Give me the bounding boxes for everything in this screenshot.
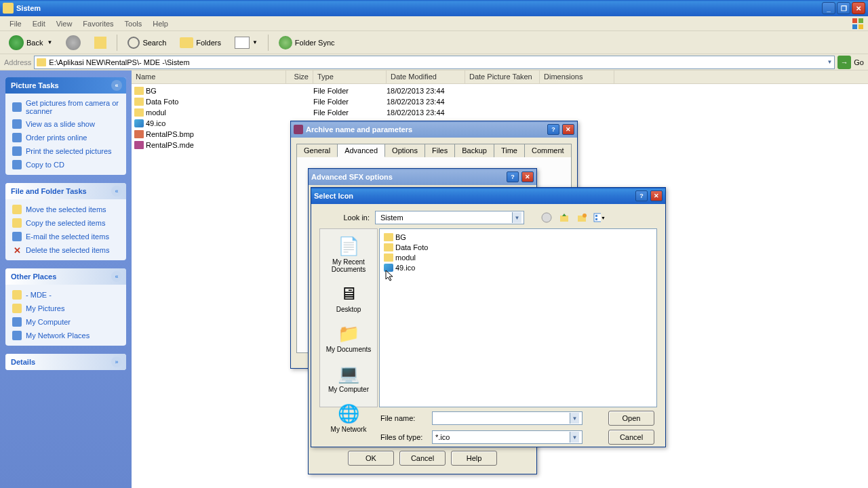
svg-rect-3: [859, 24, 863, 29]
panel-title: Picture Tasks: [11, 81, 59, 89]
tab-comment[interactable]: Comment: [524, 144, 572, 157]
menubar: File Edit View Favorites Tools Help: [0, 16, 868, 31]
menu-file[interactable]: File: [4, 18, 27, 30]
task-copy-cd[interactable]: Copy to CD: [12, 160, 119, 169]
folder-icon: [134, 98, 144, 106]
file-item[interactable]: 49.ico: [382, 262, 654, 272]
foldersync-button[interactable]: Folder Sync: [274, 33, 340, 52]
task-get-pictures[interactable]: Get pictures from camera or scanner: [12, 99, 119, 115]
place-my-documents[interactable]: 📁My Documents: [320, 321, 377, 355]
col-picture-taken[interactable]: Date Picture Taken: [465, 70, 540, 83]
task-slideshow[interactable]: View as a slide show: [12, 119, 119, 129]
cd-icon: [12, 160, 22, 169]
task-delete[interactable]: ✕Delete the selected items: [12, 245, 119, 255]
menu-tools[interactable]: Tools: [119, 18, 148, 30]
address-field[interactable]: E:\Aplikasi NEW\RentalPS\- MDE -\Sistem …: [34, 56, 835, 69]
menu-favorites[interactable]: Favorites: [77, 18, 119, 30]
close-button[interactable]: ✕: [650, 190, 663, 201]
place-desktop[interactable]: 🖥Desktop: [320, 281, 377, 315]
collapse-icon[interactable]: «: [111, 186, 122, 197]
toolbar: Back▼ Search Folders ▼ Folder Sync: [0, 31, 868, 54]
file-item[interactable]: modul: [382, 252, 654, 262]
col-dimensions[interactable]: Dimensions: [540, 70, 614, 83]
place-mde[interactable]: - MDE -: [12, 290, 119, 300]
close-button[interactable]: ✕: [562, 124, 574, 135]
col-date[interactable]: Date Modified: [387, 70, 465, 83]
panel-picture-tasks: Picture Tasks« Get pictures from camera …: [5, 77, 126, 175]
place-my-computer[interactable]: 💻My Computer: [320, 361, 377, 395]
svg-rect-1: [859, 18, 863, 23]
window-title: Sistem: [16, 4, 822, 12]
svg-rect-5: [560, 216, 568, 222]
view-menu-button[interactable]: ▼: [593, 211, 606, 224]
place-mypictures[interactable]: My Pictures: [12, 304, 119, 313]
views-button[interactable]: ▼: [230, 33, 262, 52]
tab-advanced[interactable]: Advanced: [337, 144, 385, 157]
task-email[interactable]: E-mail the selected items: [12, 232, 119, 241]
chevron-down-icon: ▼: [570, 413, 579, 424]
go-button[interactable]: →: [837, 56, 851, 69]
back-nav-button[interactable]: [540, 211, 553, 224]
help-button[interactable]: Help: [451, 451, 497, 466]
menu-edit[interactable]: Edit: [27, 18, 51, 30]
col-type[interactable]: Type: [313, 70, 387, 83]
cancel-button[interactable]: Cancel: [608, 430, 654, 445]
tab-backup[interactable]: Backup: [454, 144, 494, 157]
slideshow-icon: [12, 119, 22, 129]
folder-icon: [12, 304, 22, 313]
filetype-combo[interactable]: *.ico▼: [432, 430, 583, 444]
address-path: E:\Aplikasi NEW\RentalPS\- MDE -\Sistem: [49, 58, 189, 66]
collapse-icon[interactable]: «: [111, 271, 122, 282]
task-move[interactable]: Move the selected items: [12, 205, 119, 214]
file-row[interactable]: BGFile Folder18/02/2013 23:44: [132, 85, 868, 96]
minimize-button[interactable]: _: [822, 2, 835, 14]
dialog-title: Archive name and parameters: [306, 125, 412, 134]
expand-icon[interactable]: »: [111, 357, 122, 367]
file-row[interactable]: Data FotoFile Folder18/02/2013 23:44: [132, 96, 868, 107]
place-my-network[interactable]: 🌐My Network: [320, 401, 377, 435]
col-size[interactable]: Size: [286, 70, 313, 83]
place-my-recent-documents[interactable]: 📄My Recent Documents: [320, 233, 377, 275]
back-button[interactable]: Back▼: [4, 33, 57, 52]
help-button[interactable]: ?: [507, 171, 519, 182]
file-item[interactable]: BG: [382, 232, 654, 242]
menu-help[interactable]: Help: [147, 18, 174, 30]
file-item[interactable]: Data Foto: [382, 242, 654, 252]
lookin-combo[interactable]: Sistem ▼: [375, 211, 524, 224]
collapse-icon[interactable]: «: [111, 80, 122, 91]
filename-label: File name:: [380, 414, 427, 422]
place-network[interactable]: My Network Places: [12, 331, 119, 340]
up-button[interactable]: [90, 33, 111, 52]
filename-input[interactable]: ▼: [432, 411, 583, 425]
ok-button[interactable]: OK: [348, 451, 394, 466]
close-button[interactable]: ✕: [521, 171, 534, 182]
task-print[interactable]: Print the selected pictures: [12, 146, 119, 156]
help-button[interactable]: ?: [547, 124, 559, 135]
maximize-button[interactable]: ❐: [837, 2, 850, 14]
up-nav-button[interactable]: [558, 211, 570, 224]
cancel-button[interactable]: Cancel: [399, 451, 446, 466]
panel-title: Details: [11, 358, 35, 366]
close-button[interactable]: ✕: [852, 2, 865, 14]
search-button[interactable]: Search: [123, 33, 171, 52]
menu-view[interactable]: View: [51, 18, 78, 30]
new-folder-button[interactable]: [576, 211, 588, 224]
sidebar: Picture Tasks« Get pictures from camera …: [0, 70, 132, 488]
file-row[interactable]: modulFile Folder18/02/2013 23:44: [132, 107, 868, 118]
sync-icon: [279, 36, 292, 49]
tab-files[interactable]: Files: [425, 144, 455, 157]
up-icon: [94, 37, 106, 49]
tab-options[interactable]: Options: [384, 144, 425, 157]
column-headers: Name Size Type Date Modified Date Pictur…: [132, 70, 868, 84]
folders-button[interactable]: Folders: [175, 33, 226, 52]
open-button[interactable]: Open: [608, 411, 654, 426]
place-mycomputer[interactable]: My Computer: [12, 317, 119, 327]
forward-button[interactable]: [61, 33, 85, 52]
task-order-prints[interactable]: Order prints online: [12, 133, 119, 142]
tab-time[interactable]: Time: [494, 144, 525, 157]
help-button[interactable]: ?: [635, 190, 648, 201]
tab-general[interactable]: General: [296, 144, 338, 157]
task-copy[interactable]: Copy the selected items: [12, 218, 119, 228]
file-area[interactable]: BGData Fotomodul49.ico: [379, 228, 657, 407]
col-name[interactable]: Name: [132, 70, 286, 83]
